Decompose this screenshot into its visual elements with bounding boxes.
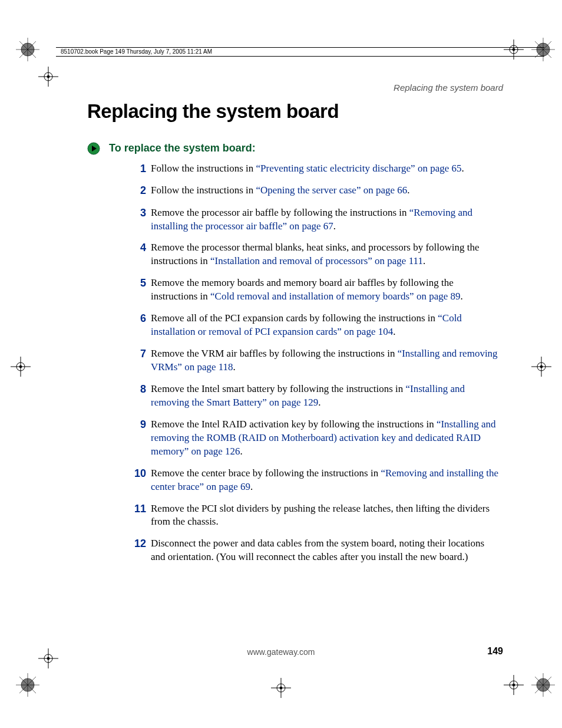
page: 8510702.book Page 149 Thursday, July 7, … (0, 0, 562, 728)
step-body: Follow the instructions in “Preventing s… (151, 162, 501, 176)
svg-line-13 (19, 677, 36, 693)
step-number: 12 (124, 536, 151, 551)
page-title: Replacing the system board (87, 100, 339, 123)
step: 4Remove the processor thermal blanks, he… (124, 241, 501, 268)
step: 12Disconnect the power and data cables f… (124, 537, 501, 564)
step-body: Remove the Intel smart battery by follow… (151, 383, 501, 410)
crosshair-icon (504, 675, 530, 701)
svg-line-14 (19, 677, 36, 693)
svg-point-21 (47, 75, 49, 78)
step: 3Remove the processor air baffle by foll… (124, 206, 501, 233)
svg-point-28 (16, 363, 25, 371)
step-text: . (318, 397, 320, 408)
step-text: Remove the VRM air baffles by following … (151, 348, 398, 359)
cross-reference-link[interactable]: “Cold removal and installation of memory… (210, 291, 460, 302)
svg-point-20 (44, 73, 52, 81)
svg-point-45 (513, 684, 515, 686)
svg-point-40 (277, 684, 285, 692)
step-text: . (333, 220, 336, 232)
step-text: Remove all of the PCI expansion cards by… (151, 312, 438, 324)
step: 6Remove all of the PCI expansion cards b… (124, 312, 501, 339)
svg-line-19 (535, 677, 551, 693)
svg-point-33 (540, 365, 543, 368)
step-number: 11 (124, 502, 151, 516)
svg-point-25 (513, 48, 515, 51)
crosshair-icon (11, 357, 37, 383)
crosshair-icon (504, 39, 530, 65)
step-body: Remove all of the PCI expansion cards by… (151, 312, 501, 339)
step-text: . (233, 361, 236, 373)
step-number: 7 (124, 347, 151, 361)
step: 9Remove the Intel RAID activation key by… (124, 418, 501, 459)
running-head: Replacing the system board (394, 83, 503, 93)
reg-mark-icon (530, 37, 556, 62)
svg-point-29 (19, 365, 22, 368)
step-body: Remove the processor air baffle by follo… (151, 206, 501, 233)
step: 11Remove the PCI slot dividers by pushin… (124, 502, 501, 529)
svg-line-8 (535, 41, 551, 58)
step-body: Remove the PCI slot dividers by pushing … (151, 502, 501, 529)
step-number: 10 (124, 466, 151, 480)
procedure-heading: To replace the system board: (109, 142, 256, 154)
svg-point-5 (537, 43, 550, 56)
step: 2Follow the instructions in “Opening the… (124, 184, 501, 197)
steps-list: 1Follow the instructions in “Preventing … (124, 162, 501, 572)
step-number: 4 (124, 241, 151, 255)
step-body: Remove the VRM air baffles by following … (151, 347, 501, 374)
step-number: 1 (124, 162, 151, 176)
step-text: Follow the instructions in (151, 163, 256, 174)
header-meta-text: 8510702.book Page 149 Thursday, July 7, … (61, 48, 212, 55)
step-number: 9 (124, 417, 151, 431)
step-text: Remove the Intel smart battery by follow… (151, 383, 405, 394)
step-text: . (240, 446, 243, 457)
step-body: Remove the center brace by following the… (151, 467, 501, 494)
step-text: . (250, 481, 253, 492)
crosshair-icon (38, 67, 64, 93)
svg-line-18 (535, 677, 551, 693)
reg-mark-icon (15, 672, 41, 698)
reg-mark-icon (530, 672, 556, 698)
svg-point-32 (537, 363, 546, 371)
step-number: 2 (124, 183, 151, 197)
step-text: Remove the processor air baffle by follo… (151, 207, 409, 218)
svg-point-15 (537, 678, 550, 691)
svg-line-4 (19, 41, 36, 58)
crosshair-icon (271, 678, 297, 704)
header-rule (56, 47, 544, 48)
svg-point-10 (21, 678, 34, 691)
svg-point-41 (280, 687, 282, 689)
step-text: . (423, 255, 425, 266)
svg-line-9 (535, 41, 551, 58)
step-body: Remove the processor thermal blanks, hea… (151, 241, 501, 268)
play-icon (87, 142, 100, 155)
cross-reference-link[interactable]: “Installation and removal of processors”… (210, 255, 423, 266)
step-text: Remove the PCI slot dividers by pushing … (151, 503, 490, 528)
step-text: Remove the Intel RAID activation key by … (151, 419, 437, 430)
step: 8Remove the Intel smart battery by follo… (124, 383, 501, 410)
step: 7Remove the VRM air baffles by following… (124, 347, 501, 374)
step-number: 6 (124, 311, 151, 325)
step-text: Disconnect the power and data cables fro… (151, 538, 484, 562)
header-rule (56, 56, 544, 57)
step-body: Follow the instructions in “Opening the … (151, 184, 501, 197)
step-text: . (462, 163, 464, 174)
step-text: Follow the instructions in (151, 185, 256, 196)
page-number: 149 (487, 646, 503, 657)
reg-mark-icon (15, 37, 41, 62)
step-body: Remove the memory boards and memory boar… (151, 276, 501, 304)
crosshair-icon (531, 357, 557, 383)
step-body: Disconnect the power and data cables fro… (151, 537, 501, 564)
step-text: . (460, 291, 462, 302)
step-text: Remove the center brace by following the… (151, 467, 381, 479)
step-text: . (393, 326, 395, 337)
step: 5Remove the memory boards and memory boa… (124, 276, 501, 304)
cross-reference-link[interactable]: “Preventing static electricity discharge… (256, 163, 462, 174)
step-number: 3 (124, 206, 151, 220)
cross-reference-link[interactable]: “Opening the server case” on page 66 (256, 185, 408, 196)
step-body: Remove the Intel RAID activation key by … (151, 418, 501, 459)
svg-line-3 (19, 41, 36, 58)
footer-url: www.gateway.com (0, 647, 562, 657)
step: 10Remove the center brace by following t… (124, 467, 501, 494)
step-text: . (407, 185, 409, 196)
step-number: 5 (124, 276, 151, 290)
